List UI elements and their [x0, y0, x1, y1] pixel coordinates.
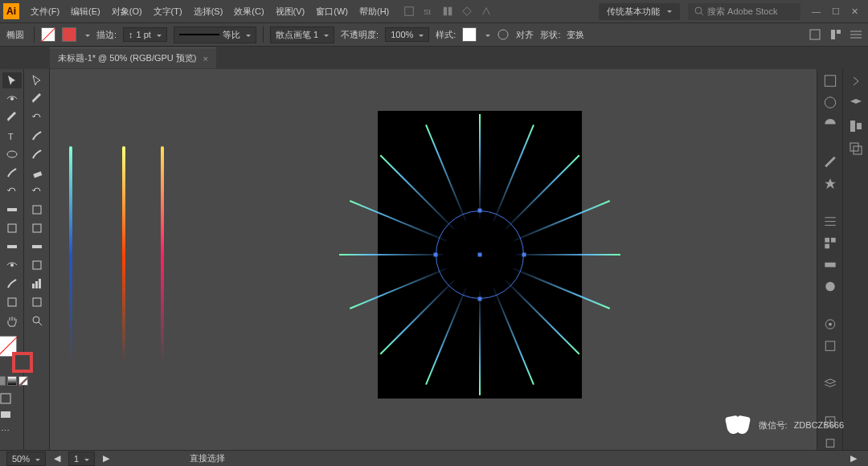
menu-window[interactable]: 窗口(W): [311, 2, 353, 21]
stroke-weight-input[interactable]: ↕1 pt: [123, 27, 167, 42]
tool-blend[interactable]: [27, 257, 47, 273]
bridge-icon[interactable]: St: [423, 6, 434, 17]
layers-icon[interactable]: [823, 377, 837, 390]
tool-lasso[interactable]: [27, 91, 47, 107]
scroll-right[interactable]: ▶: [850, 453, 857, 464]
tool-direct-selection[interactable]: [27, 72, 47, 88]
tool-paintbrush[interactable]: [27, 146, 47, 162]
search-stock[interactable]: 搜索 Adobe Stock: [688, 3, 800, 20]
stroke-panel-icon[interactable]: [823, 215, 837, 228]
menu-type[interactable]: 文字(T): [149, 2, 187, 21]
document-tab[interactable]: 未标题-1* @ 50% (RGB/GPU 预览) ×: [50, 47, 216, 68]
stroke-preview[interactable]: 等比: [174, 27, 256, 43]
gradient-panel-icon[interactable]: [823, 258, 837, 272]
tool-pen[interactable]: [2, 109, 22, 125]
artboards-icon[interactable]: [823, 436, 837, 450]
maximize-button[interactable]: ☐: [832, 6, 840, 17]
artboard-next[interactable]: ▶: [103, 453, 109, 464]
tool-slice[interactable]: [27, 294, 47, 310]
tool-line[interactable]: [27, 128, 47, 144]
libraries-icon[interactable]: [823, 96, 837, 109]
shape-label[interactable]: 形状:: [540, 29, 560, 41]
expand-panels-icon[interactable]: [849, 74, 863, 88]
tool-shape-builder[interactable]: [2, 220, 22, 236]
screen-mode[interactable]: [0, 407, 15, 423]
fill-stroke-indicator[interactable]: [0, 336, 28, 368]
recolor-icon[interactable]: [497, 28, 510, 41]
align-label[interactable]: 对齐: [516, 29, 534, 41]
share-icon[interactable]: [481, 6, 492, 17]
brush-definition[interactable]: 散点画笔 1: [270, 27, 334, 43]
ray[interactable]: [516, 254, 620, 255]
tool-gradient[interactable]: [27, 239, 47, 255]
properties-icon[interactable]: [823, 74, 837, 88]
symbols-icon[interactable]: [823, 177, 837, 190]
fill-swatch[interactable]: [41, 27, 55, 42]
tool-pencil[interactable]: [2, 165, 22, 181]
brush-stroke[interactable]: [122, 146, 125, 363]
tool-curvature[interactable]: [27, 109, 47, 125]
menu-object[interactable]: 对象(O): [107, 2, 147, 21]
isolate-icon[interactable]: [809, 28, 821, 41]
close-button[interactable]: ✕: [851, 6, 858, 17]
color-mode-swatches[interactable]: [0, 376, 28, 386]
align-panel-icon[interactable]: [849, 119, 863, 133]
graphic-styles-icon[interactable]: [823, 339, 837, 353]
tab-close-button[interactable]: ×: [203, 54, 208, 63]
artboard-number[interactable]: 1: [68, 452, 95, 466]
brush-stroke[interactable]: [161, 146, 164, 363]
menu-file[interactable]: 文件(F): [26, 2, 64, 21]
artboard[interactable]: [378, 111, 582, 399]
tool-free-transform[interactable]: [27, 202, 47, 218]
canvas[interactable]: [50, 69, 817, 450]
tool-rotate[interactable]: [2, 183, 22, 199]
menu-select[interactable]: 选择(S): [189, 2, 228, 21]
layers-alt-icon[interactable]: [849, 96, 863, 111]
tool-selection[interactable]: [2, 72, 22, 88]
tool-magic-wand[interactable]: [2, 91, 22, 107]
tool-eraser[interactable]: [27, 165, 47, 181]
stroke-swatch[interactable]: [62, 27, 76, 42]
ray[interactable]: [479, 291, 481, 395]
tool-artboard[interactable]: [2, 294, 22, 310]
pathfinder-icon[interactable]: [849, 141, 863, 156]
style-menu[interactable]: [483, 30, 490, 39]
tool-width[interactable]: [2, 202, 22, 218]
home-icon[interactable]: [403, 6, 415, 17]
menu-help[interactable]: 帮助(H): [354, 2, 394, 21]
center-point[interactable]: [478, 253, 482, 257]
appearance-icon[interactable]: [823, 317, 837, 331]
swatches-icon[interactable]: [823, 236, 837, 250]
style-swatch[interactable]: [462, 27, 477, 42]
tool-symbol-sprayer[interactable]: [2, 276, 22, 292]
tool-column-graph[interactable]: [27, 276, 47, 292]
transform-label[interactable]: 变换: [567, 29, 584, 41]
tool-rectangle[interactable]: [2, 146, 22, 162]
menu-view[interactable]: 视图(V): [271, 2, 310, 21]
tool-perspective[interactable]: [27, 220, 47, 236]
arrange-icon[interactable]: [442, 6, 453, 17]
tool-eyedropper[interactable]: [2, 257, 22, 273]
swatch-menu[interactable]: [83, 30, 90, 39]
menu-effect[interactable]: 效果(C): [229, 2, 268, 21]
ray[interactable]: [479, 114, 481, 219]
minimize-button[interactable]: —: [812, 6, 821, 17]
tool-hand[interactable]: [2, 313, 22, 329]
gpu-icon[interactable]: [461, 6, 473, 17]
tool-zoom[interactable]: [27, 313, 47, 329]
brushes-icon[interactable]: [823, 155, 837, 169]
workspace-switcher[interactable]: 传统基本功能: [599, 3, 680, 20]
menu-edit[interactable]: 编辑(E): [66, 2, 105, 21]
edit-toolbar[interactable]: ⋯: [0, 423, 15, 439]
ray[interactable]: [339, 254, 444, 255]
tool-type[interactable]: T: [2, 128, 22, 144]
zoom-level[interactable]: 50%: [6, 452, 46, 466]
artboard-prev[interactable]: ◀: [54, 453, 60, 464]
opacity-input[interactable]: 100%: [385, 27, 429, 42]
tool-scale[interactable]: [27, 183, 47, 199]
transparency-icon[interactable]: [823, 280, 837, 293]
color-icon[interactable]: [823, 117, 837, 131]
brush-stroke[interactable]: [69, 146, 72, 363]
draw-mode[interactable]: [0, 390, 15, 407]
align-pixel-icon[interactable]: [829, 28, 842, 41]
